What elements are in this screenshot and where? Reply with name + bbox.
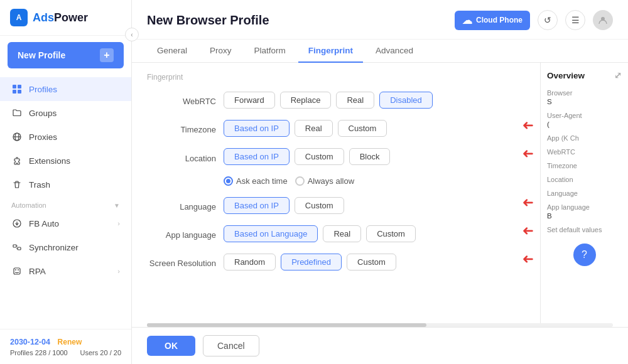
- radio-ask-each-time: [224, 176, 233, 186]
- sidebar-item-profiles[interactable]: Profiles: [0, 77, 131, 101]
- webrtc-forward-btn[interactable]: Forward: [224, 92, 275, 109]
- location-arrow-indicator: ➜: [522, 146, 534, 162]
- form-area: Fingerprint WebRTC Forward Replace Real …: [132, 63, 540, 323]
- sidebar-item-groups[interactable]: Groups: [0, 101, 131, 125]
- collapse-sidebar-button[interactable]: ‹: [125, 28, 139, 41]
- sidebar: A AdsPower New Profile + Profiles Groups…: [0, 0, 132, 364]
- refresh-button[interactable]: ↺: [538, 10, 558, 30]
- timezone-real-btn[interactable]: Real: [295, 120, 333, 137]
- app-language-label: App language: [147, 225, 216, 241]
- language-options: Based on IP Custom ➜: [224, 197, 525, 214]
- rpa-icon: [11, 265, 23, 277]
- sidebar-item-trash[interactable]: Trash: [0, 173, 131, 196]
- automation-chevron: ▼: [114, 202, 120, 209]
- webrtc-options: Forward Replace Real Disabled: [224, 92, 525, 109]
- overview-language: Language: [547, 190, 622, 197]
- app-language-row: App language Based on Language Real Cust…: [147, 225, 525, 242]
- svg-rect-1: [18, 85, 21, 88]
- overview-location: Location: [547, 176, 622, 183]
- overview-reset-icon[interactable]: ⤢: [614, 70, 622, 80]
- location-ask-each-time[interactable]: Ask each time: [224, 176, 288, 186]
- language-custom-btn[interactable]: Custom: [295, 197, 344, 214]
- trash-icon: [11, 179, 23, 190]
- cancel-button[interactable]: Cancel: [203, 335, 259, 356]
- support-button[interactable]: ?: [573, 244, 596, 266]
- horizontal-scrollbar[interactable]: [147, 323, 613, 327]
- synchronizer-icon: [11, 242, 23, 253]
- tab-proxy[interactable]: Proxy: [200, 40, 242, 63]
- overview-user-agent: User-Agent (: [547, 112, 622, 128]
- cloud-icon: ☁: [462, 14, 472, 26]
- svg-point-11: [15, 269, 16, 270]
- tabs-bar: General Proxy Platform Fingerprint Advan…: [132, 40, 628, 63]
- main-content: New Browser Profile ☁ Cloud Phone ↺ ☰ Ge…: [132, 0, 628, 364]
- ok-button[interactable]: OK: [147, 336, 195, 356]
- screen-resolution-predefined-btn[interactable]: Predefined: [281, 254, 342, 270]
- webrtc-real-btn[interactable]: Real: [336, 92, 374, 109]
- screen-resolution-options: Random Predefined Custom ➜: [224, 254, 525, 270]
- new-profile-button[interactable]: New Profile +: [8, 42, 124, 68]
- webrtc-replace-btn[interactable]: Replace: [280, 92, 332, 109]
- cloud-phone-button[interactable]: ☁ Cloud Phone: [455, 11, 530, 30]
- location-options: Based on IP Custom Block ➜: [224, 148, 525, 165]
- timezone-based-on-ip-btn[interactable]: Based on IP: [224, 120, 290, 137]
- app-language-real-btn[interactable]: Real: [323, 225, 361, 242]
- location-always-allow[interactable]: Always allow: [295, 176, 354, 186]
- location-row: Location Based on IP Custom Block ➜ Ask …: [147, 148, 525, 186]
- tab-platform[interactable]: Platform: [244, 40, 296, 63]
- language-based-on-ip-btn[interactable]: Based on IP: [224, 197, 290, 214]
- location-block-btn[interactable]: Block: [349, 148, 391, 165]
- sidebar-item-extensions[interactable]: Extensions: [0, 149, 131, 173]
- fb-auto-arrow: ›: [117, 220, 120, 227]
- location-based-on-ip-btn[interactable]: Based on IP: [224, 148, 290, 165]
- timezone-custom-btn[interactable]: Custom: [338, 120, 387, 137]
- screen-resolution-random-btn[interactable]: Random: [224, 254, 276, 270]
- puzzle-icon: [11, 155, 23, 166]
- screen-resolution-label: Screen Resolution: [147, 254, 216, 269]
- sidebar-item-fb-auto[interactable]: FB Auto ›: [0, 211, 131, 235]
- avatar-button[interactable]: [593, 10, 613, 30]
- plus-icon: +: [100, 48, 114, 62]
- content-area: Fingerprint WebRTC Forward Replace Real …: [132, 63, 628, 323]
- page-title: New Browser Profile: [147, 13, 269, 36]
- webrtc-disabled-btn[interactable]: Disabled: [379, 92, 433, 109]
- overview-set-default: Set default values: [547, 226, 622, 233]
- language-row: Language Based on IP Custom ➜: [147, 197, 525, 214]
- screen-resolution-row: Screen Resolution Random Predefined Cust…: [147, 254, 525, 270]
- sidebar-item-extensions-label: Extensions: [29, 156, 70, 166]
- radio-always-allow: [295, 176, 305, 186]
- location-custom-btn[interactable]: Custom: [295, 148, 344, 165]
- header-actions: ☁ Cloud Phone ↺ ☰: [455, 10, 613, 39]
- sidebar-item-proxies[interactable]: Proxies: [0, 125, 131, 149]
- automation-section: Automation ▼: [0, 196, 131, 211]
- sidebar-item-proxies-label: Proxies: [29, 132, 57, 142]
- tab-advanced[interactable]: Advanced: [365, 40, 423, 63]
- app-language-custom-btn[interactable]: Custom: [366, 225, 416, 242]
- screen-resolution-custom-btn[interactable]: Custom: [347, 254, 396, 270]
- logo-text: AdsPower: [33, 11, 88, 24]
- sidebar-item-synchronizer[interactable]: Synchronizer: [0, 235, 131, 259]
- list-button[interactable]: ☰: [565, 10, 585, 30]
- grid-icon: [11, 83, 23, 95]
- webrtc-label: WebRTC: [147, 92, 216, 107]
- tab-fingerprint[interactable]: Fingerprint: [298, 40, 363, 63]
- svg-rect-2: [13, 90, 16, 94]
- sidebar-item-rpa[interactable]: RPA ›: [0, 259, 131, 283]
- bottom-bar: OK Cancel: [132, 327, 628, 364]
- sidebar-item-trash-label: Trash: [29, 180, 50, 190]
- overview-app-language: App language B: [547, 203, 622, 220]
- main-header: New Browser Profile ☁ Cloud Phone ↺ ☰: [132, 0, 628, 40]
- location-label: Location: [147, 149, 216, 164]
- app-language-arrow-indicator: ➜: [522, 223, 534, 239]
- svg-rect-8: [13, 245, 16, 247]
- renew-link[interactable]: Renew: [58, 338, 82, 346]
- svg-rect-0: [13, 85, 16, 88]
- svg-rect-3: [18, 90, 21, 94]
- globe-icon: [11, 131, 23, 142]
- profiles-stat: Profiles 228 / 1000: [10, 349, 68, 356]
- new-profile-label: New Profile: [18, 50, 65, 60]
- overview-webrtc: WebRTC: [547, 148, 622, 156]
- app-language-based-on-language-btn[interactable]: Based on Language: [224, 225, 318, 242]
- location-sub-options: Ask each time Always allow: [224, 176, 354, 186]
- tab-general[interactable]: General: [147, 40, 197, 63]
